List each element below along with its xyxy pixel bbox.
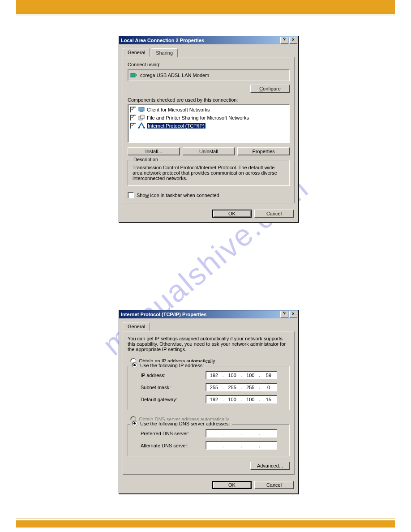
tabstrip: General [123, 322, 295, 331]
titlebar[interactable]: Local Area Connection 2 Properties ? × [119, 36, 298, 44]
tab-general[interactable]: General [123, 322, 150, 331]
help-button[interactable]: ? [280, 311, 288, 318]
tabstrip: General Sharing [123, 48, 295, 57]
ip-address-label: IP address: [141, 373, 206, 378]
dialog-title: Local Area Connection 2 Properties [121, 38, 204, 43]
close-button[interactable]: × [289, 311, 297, 318]
checkbox[interactable] [130, 123, 136, 129]
adapter-field: corega USB ADSL LAN Modem [128, 69, 290, 81]
titlebar[interactable]: Internet Protocol (TCP/IP) Properties ? … [119, 310, 298, 318]
use-dns-radio[interactable] [132, 420, 137, 426]
general-panel: You can get IP settings assigned automat… [123, 331, 295, 475]
header-band [16, 0, 395, 14]
list-item[interactable]: Client for Microsoft Networks [129, 106, 288, 114]
cancel-button[interactable]: Cancel [254, 210, 294, 218]
svg-rect-1 [135, 74, 137, 76]
subnet-input[interactable]: 255.255.255.0 [206, 383, 277, 391]
svg-point-7 [143, 127, 145, 129]
configure-button[interactable]: Configure [250, 85, 290, 93]
alt-dns-input[interactable]: ... [206, 441, 277, 450]
components-listbox[interactable]: Client for Microsoft Networks File and P… [128, 104, 290, 143]
svg-rect-0 [131, 73, 135, 77]
general-panel: Connect using: corega USB ADSL LAN Modem… [123, 57, 295, 203]
svg-point-6 [138, 127, 140, 129]
description-legend: Description [132, 157, 160, 162]
advanced-button[interactable]: Advanced... [250, 462, 290, 470]
ip-group: Use the following IP address: IP address… [128, 366, 290, 410]
alt-dns-label: Alternate DNS server: [141, 443, 206, 448]
pref-dns-input[interactable]: ... [206, 429, 277, 438]
use-ip-radio[interactable] [132, 362, 137, 368]
ok-button[interactable]: OK [212, 210, 252, 218]
protocol-icon [138, 122, 145, 129]
item-label: Client for Microsoft Networks [147, 107, 210, 112]
close-button[interactable]: × [289, 37, 297, 44]
adapter-icon [130, 72, 137, 79]
uninstall-button[interactable]: Uninstall [183, 147, 235, 155]
item-label-selected: Internet Protocol (TCP/IP) [147, 123, 206, 129]
gateway-input[interactable]: 192.100.100.15 [206, 395, 277, 403]
properties-button[interactable]: Properties [237, 147, 290, 155]
svg-rect-2 [139, 107, 144, 111]
pref-dns-label: Preferred DNS server: [141, 431, 206, 436]
components-label: Components checked are used by this conn… [128, 97, 290, 103]
client-icon [138, 106, 145, 113]
adapter-name: corega USB ADSL LAN Modem [140, 73, 209, 78]
help-button[interactable]: ? [280, 37, 288, 44]
tcpip-properties-dialog: Internet Protocol (TCP/IP) Properties ? … [119, 310, 299, 494]
use-dns-label: Use the following DNS server addresses: [140, 421, 230, 426]
checkbox[interactable] [130, 107, 136, 113]
footer-band [16, 520, 395, 528]
connect-using-label: Connect using: [128, 62, 290, 67]
svg-rect-3 [140, 111, 143, 112]
subnet-label: Subnet mask: [141, 385, 206, 390]
description-group: Description Transmission Control Protoco… [128, 160, 290, 186]
show-icon-label: Show icon in taskbar when connected [137, 193, 219, 198]
dns-group: Use the following DNS server addresses: … [128, 424, 290, 456]
gateway-label: Default gateway: [141, 397, 206, 402]
list-item[interactable]: Internet Protocol (TCP/IP) [129, 122, 288, 130]
use-ip-label: Use the following IP address: [140, 363, 204, 368]
service-icon [138, 114, 145, 121]
cancel-button[interactable]: Cancel [254, 481, 294, 489]
document-page: manualshive.com Local Area Connection 2 … [0, 0, 411, 532]
intro-text: You can get IP settings assigned automat… [128, 336, 290, 352]
ip-address-input[interactable]: 192.100.100.59 [206, 371, 277, 379]
svg-rect-5 [141, 115, 144, 119]
show-icon-checkbox[interactable] [128, 192, 134, 198]
lan-properties-dialog: Local Area Connection 2 Properties ? × G… [119, 36, 299, 223]
item-label: File and Printer Sharing for Microsoft N… [147, 115, 249, 120]
dialog-title: Internet Protocol (TCP/IP) Properties [121, 312, 206, 317]
ok-button[interactable]: OK [212, 481, 252, 489]
install-button[interactable]: Install... [128, 147, 180, 155]
tab-sharing[interactable]: Sharing [151, 48, 178, 57]
description-text: Transmission Control Protocol/Internet P… [133, 165, 285, 181]
checkbox[interactable] [130, 115, 136, 121]
tab-general[interactable]: General [123, 48, 150, 57]
list-item[interactable]: File and Printer Sharing for Microsoft N… [129, 114, 288, 122]
